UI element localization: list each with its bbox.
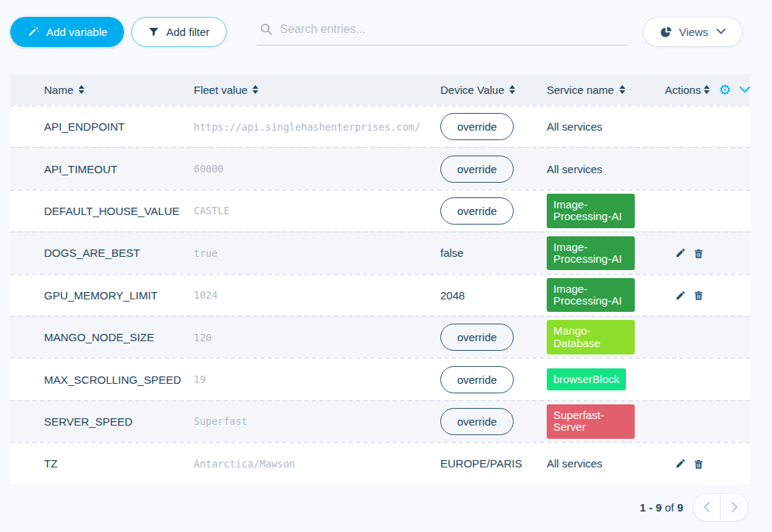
device-value-cell: override: [440, 197, 547, 225]
sort-icon[interactable]: [619, 85, 625, 94]
column-settings-gear-icon[interactable]: ⚙: [718, 83, 731, 97]
chevron-down-icon[interactable]: [740, 87, 750, 93]
pie-chart-icon: [660, 26, 672, 38]
service-name-cell: browserBlock: [547, 368, 665, 390]
table-row: GPU_MEMORY_LIMIT10242048Image-Processing…: [10, 274, 750, 316]
override-pill-button[interactable]: override: [440, 113, 514, 140]
service-name-cell: All services: [547, 120, 665, 133]
next-page-button[interactable]: [721, 494, 748, 521]
fleet-value: https://api.singlehashenterprises.com/: [194, 121, 440, 133]
edit-pencil-icon[interactable]: [675, 290, 686, 301]
fleet-value: 1024: [194, 289, 440, 301]
previous-page-button[interactable]: [693, 494, 721, 521]
service-badge: Mango-Database: [547, 320, 635, 354]
device-value-cell: override: [440, 113, 547, 140]
service-badge: Image-Processing-AI: [547, 236, 635, 270]
variable-name: GPU_MEMORY_LIMIT: [44, 289, 194, 302]
pagination-total: 9: [677, 501, 683, 514]
device-value-cell: EUROPE/PARIS: [440, 457, 547, 470]
delete-trash-icon[interactable]: [693, 247, 704, 259]
service-name: All services: [547, 457, 602, 470]
fleet-value: Superfast: [194, 415, 440, 427]
service-name-cell: Image-Processing-AI: [547, 278, 665, 312]
pager-buttons: [693, 493, 749, 522]
variable-name: API_TIMEOUT: [44, 163, 194, 175]
toolbar: Add variable Add filter Views: [0, 0, 772, 47]
service-badge: Image-Processing-AI: [547, 278, 635, 312]
variable-name: MANGO_NODE_SIZE: [44, 331, 194, 343]
table-row: SERVER_SPEEDSuperfastoverrideSuperfast-S…: [10, 400, 750, 442]
variable-name: DOGS_ARE_BEST: [44, 247, 194, 259]
table-row: API_ENDPOINThttps://api.singlehashenterp…: [10, 105, 750, 147]
device-value-cell: 2048: [440, 289, 547, 302]
table-header-row: Name Fleet value Device Value Service na…: [10, 74, 750, 105]
delete-trash-icon[interactable]: [693, 289, 704, 301]
sort-icon[interactable]: [704, 85, 710, 94]
variable-name: DEFAULT_HOUSE_VALUE: [44, 205, 194, 217]
service-badge: Image-Processing-AI: [547, 194, 635, 227]
device-value: 2048: [440, 289, 465, 302]
service-name-cell: All services: [547, 163, 665, 175]
column-header-fleet-value[interactable]: Fleet value: [194, 84, 440, 96]
add-variable-label: Add variable: [46, 26, 107, 38]
variables-table: Name Fleet value Device Value Service na…: [10, 74, 750, 484]
column-header-actions[interactable]: Actions ⚙: [665, 83, 750, 97]
service-badge: Superfast-Server: [547, 404, 635, 438]
table-body: API_ENDPOINThttps://api.singlehashenterp…: [10, 105, 750, 484]
variable-name: SERVER_SPEED: [44, 415, 194, 428]
override-pill-button[interactable]: override: [440, 324, 514, 351]
table-row: API_TIMEOUT60000overrideAll services: [10, 147, 750, 189]
search-icon: [260, 23, 273, 36]
fleet-value: 19: [194, 374, 440, 385]
variable-name: API_ENDPOINT: [44, 120, 194, 133]
add-variable-button[interactable]: Add variable: [10, 17, 124, 47]
fleet-value: 120: [194, 332, 440, 343]
sort-icon[interactable]: [252, 85, 258, 94]
override-pill-button[interactable]: override: [440, 156, 514, 183]
magic-wand-icon: [27, 26, 40, 38]
service-name: All services: [547, 120, 602, 133]
column-header-device-value[interactable]: Device Value: [440, 84, 547, 96]
device-value-cell: override: [440, 324, 547, 351]
fleet-value: 60000: [194, 163, 440, 175]
sort-icon[interactable]: [79, 85, 84, 94]
pagination-range: 1 - 9: [640, 501, 662, 514]
variable-name: TZ: [44, 457, 194, 470]
sort-icon[interactable]: [509, 85, 515, 94]
override-pill-button[interactable]: override: [440, 408, 514, 435]
device-value: false: [440, 247, 464, 259]
service-name-cell: Mango-Database: [547, 320, 665, 354]
device-value-cell: override: [440, 366, 547, 393]
table-row: MAX_SCROLLING_SPEED19overridebrowserBloc…: [10, 357, 750, 399]
actions-cell: [665, 247, 750, 259]
add-filter-label: Add filter: [166, 26, 209, 38]
views-button[interactable]: Views: [643, 17, 743, 47]
actions-cell: [665, 289, 750, 301]
pagination: 1 - 9 of 9: [0, 493, 749, 522]
override-pill-button[interactable]: override: [440, 366, 514, 393]
edit-pencil-icon[interactable]: [675, 458, 686, 469]
add-filter-button[interactable]: Add filter: [131, 17, 226, 47]
fleet-value: CASTLE: [194, 205, 440, 216]
chevron-down-icon: [716, 29, 726, 34]
device-value-cell: override: [440, 156, 547, 183]
override-pill-button[interactable]: override: [440, 197, 514, 225]
service-name: All services: [547, 163, 602, 175]
fleet-value: true: [194, 247, 440, 259]
actions-cell: [665, 458, 750, 470]
device-value-cell: override: [440, 408, 547, 435]
service-name-cell: Superfast-Server: [547, 404, 665, 438]
column-header-service-name[interactable]: Service name: [547, 84, 665, 96]
search-field[interactable]: [257, 18, 627, 45]
table-row: DOGS_ARE_BESTtruefalseImage-Processing-A…: [10, 231, 750, 273]
service-name-cell: Image-Processing-AI: [547, 236, 665, 270]
device-value-cell: false: [440, 247, 547, 259]
table-row: MANGO_NODE_SIZE120overrideMango-Database: [10, 316, 750, 357]
pagination-of-label: of: [665, 501, 674, 514]
search-input[interactable]: [280, 23, 624, 36]
edit-pencil-icon[interactable]: [675, 247, 686, 258]
column-header-name[interactable]: Name: [44, 84, 194, 96]
service-name-cell: All services: [547, 457, 665, 470]
delete-trash-icon[interactable]: [693, 458, 704, 470]
views-label: Views: [679, 26, 708, 38]
